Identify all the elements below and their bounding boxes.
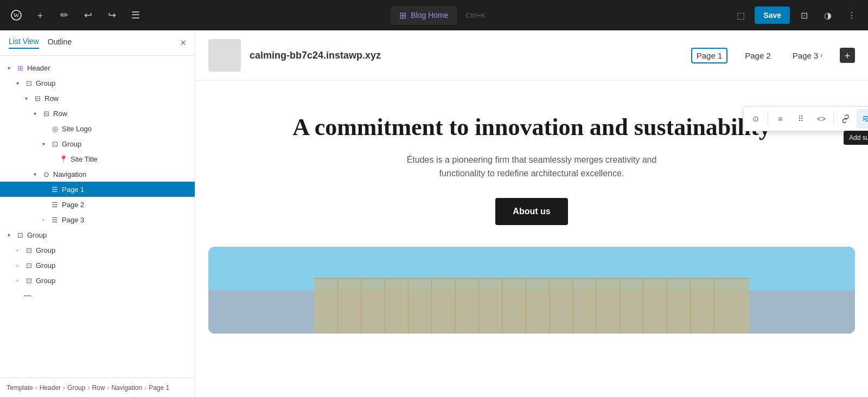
sidebar: List View Outline × ▾ ⊞ Header ▾ ⊡ Group… — [0, 30, 195, 397]
contrast-button[interactable]: ◑ — [818, 5, 838, 25]
main-area: List View Outline × ▾ ⊞ Header ▾ ⊡ Group… — [0, 30, 868, 397]
block-list-button[interactable]: ≡ — [770, 109, 790, 129]
tree-label: Page 3 — [62, 216, 84, 224]
blog-home-label: Blog Home — [411, 11, 448, 20]
undo-button[interactable]: ↩ — [78, 5, 98, 25]
tree-label: — — [24, 291, 31, 299]
save-button[interactable]: Save — [755, 7, 790, 24]
breadcrumb-template[interactable]: Template — [7, 384, 33, 392]
chevron-down-icon: ▾ — [13, 79, 22, 87]
chevron-right-icon: › — [13, 276, 22, 285]
row-icon: ⊟ — [41, 108, 51, 118]
tree-item-site-logo[interactable]: ▾ ◎ Site Logo — [0, 121, 195, 136]
sidebar-header: List View Outline × — [0, 30, 195, 56]
options-button[interactable]: ⋮ — [842, 5, 861, 25]
chevron-down-icon: ▾ — [22, 94, 30, 103]
breadcrumb-navigation[interactable]: Navigation — [111, 384, 142, 392]
page-icon: ☰ — [50, 184, 60, 194]
breadcrumb-group[interactable]: Group — [67, 384, 85, 392]
shortcut-hint: Ctrl+K — [466, 11, 486, 20]
pin-icon: 📍 — [59, 154, 68, 164]
grid-icon: ⊞ — [15, 63, 25, 73]
tree-item-page3[interactable]: › ☰ Page 3 — [0, 212, 195, 227]
tree-label: Row — [53, 110, 67, 118]
nav-page2[interactable]: Page 2 — [741, 49, 775, 62]
redo-button[interactable]: ↪ — [102, 5, 122, 25]
sidebar-close-button[interactable]: × — [180, 37, 186, 49]
svg-rect-8 — [314, 278, 749, 334]
tree-item-group3[interactable]: ▾ ⊡ Group — [0, 227, 195, 242]
breadcrumb-sep: › — [144, 384, 146, 392]
row-icon: ⊟ — [33, 93, 42, 103]
block-link-button[interactable] — [836, 109, 856, 129]
tree-label: Navigation — [53, 170, 86, 178]
sidebar-tree: ▾ ⊞ Header ▾ ⊡ Group ▾ ⊟ Row ▾ ⊟ Row — [0, 56, 195, 377]
tree-item-page1[interactable]: ▾ ☰ Page 1 — [0, 182, 195, 197]
breadcrumb-sep: › — [87, 384, 90, 392]
tree-label: Group — [36, 277, 55, 285]
tab-list-view[interactable]: List View — [9, 37, 39, 49]
tree-item-group2[interactable]: ▾ ⊡ Group — [0, 136, 195, 151]
group-icon: ⊡ — [24, 78, 34, 88]
toolbar-separator — [833, 112, 834, 125]
page-content: calming-bb7c24.instawp.xyz Page 1 Page 2… — [195, 30, 868, 397]
toolbar-center: ⊞ Blog Home Ctrl+K — [150, 6, 726, 25]
tree-label: Group — [27, 231, 47, 239]
block-code-button[interactable]: <> — [812, 109, 831, 129]
hero-section: A commitment to innovation and sustainab… — [195, 81, 868, 247]
chevron-right-icon: › — [13, 246, 22, 254]
chevron-down-icon: ▾ — [30, 170, 39, 178]
block-settings-button[interactable]: ⊙ — [746, 109, 765, 129]
add-block-button[interactable]: ＋ — [30, 5, 50, 25]
group-icon: ⊡ — [50, 139, 60, 149]
layout-button[interactable]: ⊡ — [794, 5, 814, 25]
chevron-down-icon: › — [820, 52, 822, 59]
about-us-button[interactable]: About us — [495, 198, 567, 225]
tree-item-group4[interactable]: › ⊡ Group — [0, 242, 195, 258]
chevron-down-icon: ▾ — [39, 139, 48, 148]
chevron-down-icon: ▾ — [30, 109, 39, 118]
nav-add-button[interactable]: ＋ — [840, 48, 855, 63]
nav-page1[interactable]: Page 1 — [691, 48, 728, 63]
tree-item-page2[interactable]: ▾ ☰ Page 2 — [0, 197, 195, 212]
top-toolbar: W ＋ ✏ ↩ ↪ ☰ ⊞ Blog Home Ctrl+K ⬚ Save ⊡ … — [0, 0, 868, 30]
tree-label: Group — [36, 79, 55, 87]
chevron-down-icon: ▾ — [4, 63, 13, 72]
tree-label: Group — [36, 246, 55, 254]
wordpress-logo[interactable]: W — [7, 5, 26, 25]
tree-item-group6[interactable]: › ⊡ Group — [0, 273, 195, 288]
tree-item-group1[interactable]: ▾ ⊡ Group — [0, 75, 195, 91]
block-drag-button[interactable]: ⠿ — [791, 109, 810, 129]
tree-item-dash: ▾ — — [0, 288, 195, 302]
chevron-right-icon: › — [13, 261, 22, 270]
tree-label: Site Logo — [62, 125, 92, 133]
logo-icon: ◎ — [50, 124, 60, 133]
list-view-button[interactable]: ☰ — [126, 5, 145, 25]
tree-item-header[interactable]: ▾ ⊞ Header — [0, 60, 195, 75]
building-image — [208, 247, 855, 334]
chevron-right-icon: › — [39, 215, 48, 224]
tab-outline[interactable]: Outline — [48, 37, 72, 48]
tree-label: Row — [44, 94, 59, 103]
tree-item-row2[interactable]: ▾ ⊟ Row — [0, 106, 195, 121]
tree-label: Group — [62, 140, 81, 148]
site-domain: calming-bb7c24.instawp.xyz — [250, 50, 381, 61]
edit-button[interactable]: ✏ — [54, 5, 74, 25]
tree-item-row1[interactable]: ▾ ⊟ Row — [0, 91, 195, 106]
blog-home-button[interactable]: ⊞ Blog Home — [391, 6, 457, 25]
tree-item-group5[interactable]: › ⊡ Group — [0, 258, 195, 273]
breadcrumb-row[interactable]: Row — [92, 384, 105, 392]
breadcrumb-page1[interactable]: Page 1 — [149, 384, 169, 392]
page-header: calming-bb7c24.instawp.xyz Page 1 Page 2… — [195, 30, 868, 81]
block-toolbar: ⊙ ≡ ⠿ <> — [743, 106, 868, 131]
site-logo — [208, 39, 241, 72]
tree-item-navigation[interactable]: ▾ ⊙ Navigation — [0, 167, 195, 182]
nav-pages: Page 1 Page 2 Page 3 › ＋ — [691, 48, 855, 63]
nav-page3[interactable]: Page 3 › — [788, 49, 827, 62]
preview-button[interactable]: ⬚ — [731, 5, 750, 25]
chevron-down-icon: ▾ — [4, 230, 13, 239]
page-icon: ☰ — [50, 215, 60, 225]
tree-item-site-title[interactable]: ▾ 📍 Site Title — [0, 151, 195, 167]
breadcrumb-header[interactable]: Header — [40, 384, 61, 392]
tree-label: Page 2 — [62, 201, 84, 209]
